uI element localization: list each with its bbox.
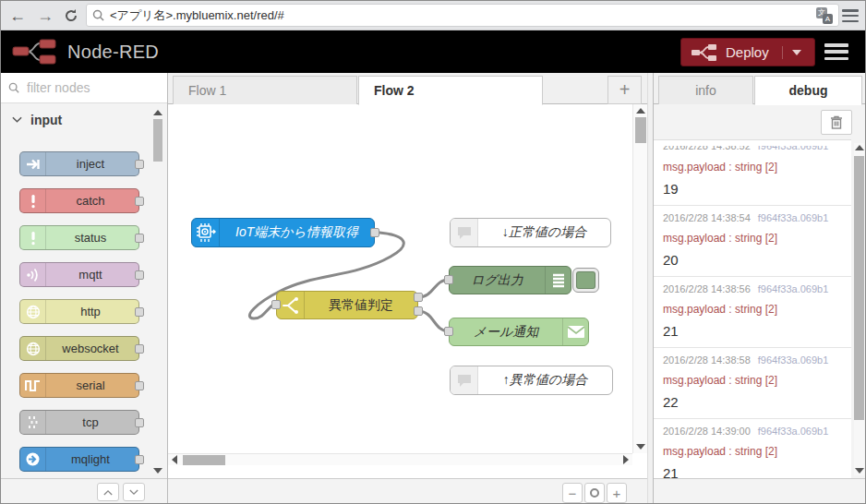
- palette-node-websocket[interactable]: websocket: [19, 336, 139, 361]
- message-payload-type[interactable]: msg.payload : string [2]: [663, 445, 842, 459]
- back-button[interactable]: ←: [6, 5, 29, 27]
- deploy-options-button[interactable]: [782, 46, 801, 59]
- output-port[interactable]: [135, 455, 144, 464]
- reload-icon: [64, 8, 78, 23]
- message-timestamp: 2016/2/28 14:38:54: [663, 212, 751, 223]
- tab-info[interactable]: info: [658, 76, 753, 105]
- palette-category-input[interactable]: input: [1, 103, 167, 137]
- scroll-down-icon[interactable]: [855, 468, 864, 474]
- tab-flow2[interactable]: Flow 2: [358, 76, 543, 105]
- forward-button[interactable]: →: [34, 5, 56, 27]
- node-switch[interactable]: 異常値判定: [276, 291, 418, 319]
- output-port[interactable]: [135, 160, 144, 169]
- zoom-in-button[interactable]: +: [607, 483, 627, 503]
- message-meta: 2016/2/28 14:38:56f964f33a.069b1: [663, 282, 842, 296]
- reload-button[interactable]: [60, 5, 82, 27]
- output-port[interactable]: [370, 228, 379, 237]
- filter-nodes-input[interactable]: [25, 79, 145, 96]
- output-port-2[interactable]: [414, 306, 423, 316]
- sidebar-footer: [654, 478, 866, 504]
- add-flow-button[interactable]: +: [607, 76, 642, 104]
- scrollbar-thumb[interactable]: [854, 156, 864, 420]
- url-text[interactable]: <アプリ名>.mybluemix.net/red/#: [110, 7, 816, 24]
- node-debug-log[interactable]: ログ出力: [449, 266, 571, 294]
- message-payload-type[interactable]: msg.payload : string [2]: [663, 232, 842, 246]
- browser-menu-button[interactable]: [841, 7, 860, 24]
- node-label: IoT端末から情報取得: [220, 224, 374, 241]
- palette-node-serial[interactable]: serial: [19, 373, 139, 398]
- canvas-vertical-scrollbar[interactable]: [632, 104, 647, 453]
- palette-node-mqtt[interactable]: mqtt: [19, 262, 139, 287]
- message-meta: 2016/2/28 14:38:58f964f33a.069b1: [663, 354, 842, 367]
- input-port[interactable]: [444, 275, 453, 284]
- scrollbar-thumb[interactable]: [183, 455, 225, 465]
- comment-icon: [451, 366, 478, 394]
- translate-icon[interactable]: 文A: [816, 7, 833, 24]
- deploy-button[interactable]: Deploy: [680, 38, 815, 66]
- debug-toggle-state: [576, 271, 595, 289]
- scroll-up-icon[interactable]: [153, 110, 162, 115]
- debug-toggle-button[interactable]: [572, 268, 599, 293]
- chevron-down-icon: [792, 50, 801, 55]
- palette-footer: [1, 478, 167, 504]
- output-port[interactable]: [135, 344, 144, 354]
- scroll-down-icon[interactable]: [153, 468, 162, 474]
- zoom-out-button[interactable]: −: [562, 483, 583, 503]
- fork-icon: [277, 292, 305, 318]
- output-port[interactable]: [135, 270, 144, 280]
- scroll-down-icon[interactable]: [636, 444, 645, 450]
- output-port[interactable]: [135, 381, 144, 390]
- node-comment-normal[interactable]: ↓正常値の場合: [450, 218, 611, 247]
- node-mail[interactable]: メール通知: [449, 318, 589, 346]
- chip-icon: [192, 219, 220, 246]
- palette-node-label: mqlight: [46, 448, 138, 471]
- debug-scrollbar[interactable]: [854, 143, 864, 475]
- main-menu-button[interactable]: [824, 43, 848, 60]
- collapse-all-button[interactable]: [97, 483, 119, 501]
- flow-canvas[interactable]: IoT端末から情報取得 異常値判定: [168, 104, 647, 465]
- message-payload-type[interactable]: msg.payload : string [2]: [663, 374, 842, 388]
- sidebar-splitter[interactable]: [647, 73, 654, 504]
- palette-node-mqlight[interactable]: mqlight: [19, 447, 139, 472]
- output-port[interactable]: [135, 307, 144, 317]
- output-port[interactable]: [135, 418, 144, 427]
- canvas-horizontal-scrollbar[interactable]: [168, 453, 632, 465]
- tab-flow1[interactable]: Flow 1: [173, 76, 357, 105]
- scrollbar-thumb[interactable]: [153, 119, 162, 162]
- zoom-reset-button[interactable]: [584, 483, 605, 503]
- tab-label: Flow 2: [374, 83, 415, 98]
- address-bar[interactable]: <アプリ名>.mybluemix.net/red/# 文A: [86, 4, 839, 27]
- scroll-left-icon[interactable]: [172, 455, 177, 464]
- input-port[interactable]: [271, 300, 281, 309]
- message-payload-type[interactable]: msg.payload : string [2]: [663, 161, 842, 174]
- palette-node-inject[interactable]: inject: [19, 151, 139, 176]
- node-iot-input[interactable]: IoT端末から情報取得: [191, 218, 375, 247]
- message-meta: 2016/2/28 14:39:00f964f33a.069b1: [663, 425, 842, 438]
- output-port[interactable]: [135, 197, 144, 206]
- palette-node-tcp[interactable]: tcp: [19, 410, 139, 435]
- palette-node-status[interactable]: status: [19, 225, 139, 250]
- circle-icon: [590, 488, 599, 498]
- output-port-1[interactable]: [414, 293, 423, 302]
- search-icon: [92, 9, 104, 21]
- right-sidebar: info debug 2016/2/28 14:38:52f964f33a.06…: [654, 73, 866, 504]
- palette-node-http[interactable]: http: [19, 299, 139, 324]
- clear-debug-button[interactable]: [821, 110, 852, 135]
- palette-scrollbar[interactable]: [153, 110, 162, 475]
- palette-search-box[interactable]: [1, 73, 167, 103]
- node-comment-abnormal[interactable]: ↑異常値の場合: [450, 366, 613, 395]
- node-red-logo: Node-RED: [12, 38, 159, 66]
- trash-icon: [830, 115, 843, 129]
- tab-debug[interactable]: debug: [754, 76, 862, 105]
- message-payload-type[interactable]: msg.payload : string [2]: [663, 303, 842, 317]
- input-port[interactable]: [444, 327, 453, 336]
- message-node-id: f964f33a.069b1: [758, 146, 828, 151]
- palette-node-label: mqtt: [46, 263, 138, 286]
- scroll-up-icon[interactable]: [636, 108, 645, 114]
- output-port[interactable]: [135, 234, 144, 243]
- expand-all-button[interactable]: [123, 483, 145, 501]
- scroll-right-icon[interactable]: [623, 455, 629, 464]
- scroll-up-icon[interactable]: [855, 145, 864, 150]
- scrollbar-thumb[interactable]: [635, 117, 646, 143]
- palette-node-catch[interactable]: catch: [19, 188, 139, 213]
